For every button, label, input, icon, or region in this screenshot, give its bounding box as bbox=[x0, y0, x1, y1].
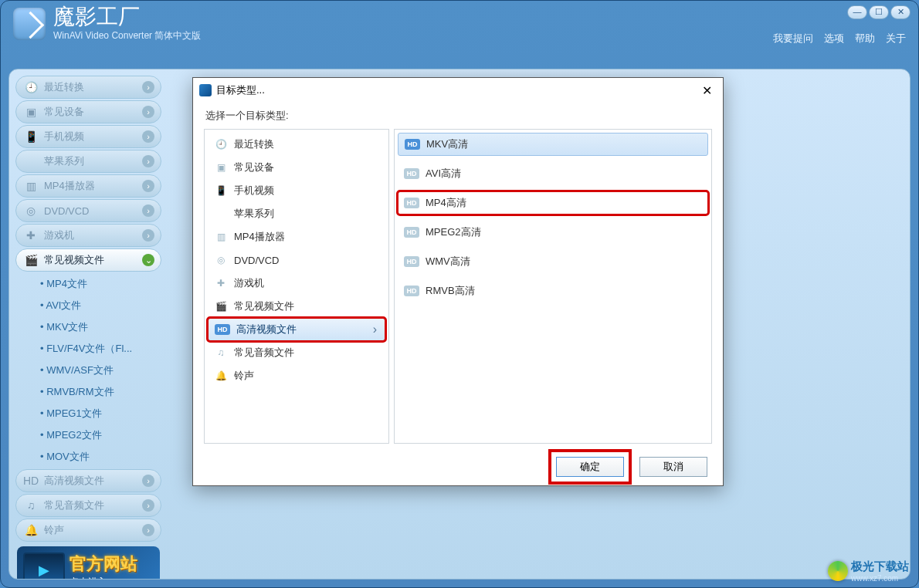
sidebar-sub-avi[interactable]: • AVI文件 bbox=[26, 295, 158, 316]
sidebar-cat-common-video[interactable]: 🎬 常见视频文件 ⌄ bbox=[15, 248, 161, 272]
chevron-icon: › bbox=[142, 81, 154, 93]
dialog-prompt: 选择一个目标类型: bbox=[204, 106, 712, 129]
sidebar-cat-mobile[interactable]: 📱 手机视频 › bbox=[15, 125, 161, 148]
promo-subtitle: 点击进入 bbox=[70, 576, 137, 580]
sidebar-cat-ringtone[interactable]: 🔔 铃声 › bbox=[15, 519, 161, 542]
cat-dvd[interactable]: ◎ DVD/VCD bbox=[208, 248, 385, 272]
chevron-icon: › bbox=[142, 106, 154, 118]
ok-highlight: 确定 bbox=[551, 452, 629, 482]
close-button[interactable]: ✕ bbox=[890, 5, 911, 19]
body-area: 🕘 最近转换 › ▣ 常见设备 › 📱 手机视频 › 苹果系列 › ▥ M bbox=[8, 69, 911, 580]
sidebar-label: MP4播放器 bbox=[44, 179, 95, 193]
app-logo: 魔影工厂 WinAVi Video Converter 简体中文版 bbox=[13, 6, 201, 42]
opt-wmv-hd[interactable]: HD WMV高清 bbox=[398, 250, 708, 273]
options-pane[interactable]: HD MKV高清 HD AVI高清 HD MP4高清 bbox=[394, 129, 712, 444]
hd-icon: HD bbox=[404, 286, 419, 296]
cat-label: 常见设备 bbox=[234, 161, 274, 174]
opt-mpeg2-hd[interactable]: HD MPEG2高清 bbox=[398, 221, 708, 244]
sidebar-cat-hd[interactable]: HD 高清视频文件 › bbox=[15, 469, 161, 492]
sidebar-cat-audio[interactable]: ♫ 常见音频文件 › bbox=[15, 494, 161, 517]
opt-label: RMVB高清 bbox=[426, 284, 475, 298]
sidebar-sub-mov[interactable]: • MOV文件 bbox=[26, 446, 158, 468]
sidebar-cat-apple[interactable]: 苹果系列 › bbox=[15, 150, 161, 173]
gamepad-icon: ✚ bbox=[24, 228, 38, 242]
sidebar-cat-devices[interactable]: ▣ 常见设备 › bbox=[15, 100, 161, 123]
hd-icon: HD bbox=[24, 474, 38, 488]
opt-mp4-hd[interactable]: HD MP4高清 bbox=[398, 191, 708, 215]
cat-ringtone[interactable]: 🔔 铃声 bbox=[208, 364, 385, 387]
cat-label: 游戏机 bbox=[234, 276, 264, 290]
cancel-button[interactable]: 取消 bbox=[639, 457, 707, 477]
sidebar-sub-mkv[interactable]: • MKV文件 bbox=[26, 316, 158, 338]
hd-icon: HD bbox=[215, 324, 230, 335]
options-link[interactable]: 选项 bbox=[824, 32, 844, 46]
watermark-icon bbox=[828, 561, 848, 581]
opt-mkv-hd[interactable]: HD MKV高清 bbox=[398, 133, 708, 156]
sidebar-cat-game[interactable]: ✚ 游戏机 › bbox=[15, 224, 161, 247]
cat-mobile[interactable]: 📱 手机视频 bbox=[208, 179, 385, 202]
cat-hd-video[interactable]: HD 高清视频文件 bbox=[208, 318, 385, 341]
cat-mp4player[interactable]: ▥ MP4播放器 bbox=[208, 225, 385, 248]
device-icon: ▣ bbox=[214, 161, 228, 174]
ask-link[interactable]: 我要提问 bbox=[773, 32, 813, 46]
window-controls: — ☐ ✕ bbox=[847, 5, 911, 19]
sidebar-cat-recent[interactable]: 🕘 最近转换 › bbox=[15, 76, 161, 99]
app-title: 魔影工厂 bbox=[53, 6, 201, 28]
cat-common-audio[interactable]: ♫ 常见音频文件 bbox=[208, 341, 385, 364]
dialog-titlebar: 目标类型... ✕ bbox=[193, 78, 723, 103]
sidebar-sub-wmv[interactable]: • WMV/ASF文件 bbox=[26, 360, 158, 381]
help-link[interactable]: 帮助 bbox=[855, 32, 875, 46]
clock-icon: 🕘 bbox=[24, 80, 38, 94]
dialog-close-button[interactable]: ✕ bbox=[697, 83, 717, 98]
disc-icon: ◎ bbox=[214, 254, 228, 266]
cat-label: 手机视频 bbox=[234, 184, 274, 198]
official-site-banner[interactable]: 官方网站 点击进入 bbox=[17, 546, 160, 579]
dialog-body: 选择一个目标类型: 🕘 最近转换 ▣ 常见设备 bbox=[193, 103, 723, 448]
hd-icon: HD bbox=[404, 198, 419, 208]
sidebar-label: 高清视频文件 bbox=[44, 474, 104, 488]
watermark-sub: www.xz7.com bbox=[851, 574, 909, 583]
maximize-button[interactable]: ☐ bbox=[869, 5, 889, 19]
sidebar-cat-mp4[interactable]: ▥ MP4播放器 › bbox=[15, 174, 161, 198]
ok-button[interactable]: 确定 bbox=[556, 457, 624, 477]
cat-recent[interactable]: 🕘 最近转换 bbox=[208, 133, 385, 156]
sidebar-sub-mp4[interactable]: • MP4文件 bbox=[26, 273, 158, 295]
category-pane[interactable]: 🕘 最近转换 ▣ 常见设备 📱 手机视频 bbox=[204, 129, 389, 444]
cat-label: 常见视频文件 bbox=[234, 299, 294, 313]
cat-label: MP4播放器 bbox=[234, 230, 285, 244]
sidebar-sub-flv[interactable]: • FLV/F4V文件（Fl... bbox=[26, 338, 158, 360]
title-bar: 魔影工厂 WinAVi Video Converter 简体中文版 — ☐ ✕ … bbox=[1, 1, 918, 47]
mp4-icon: ▥ bbox=[214, 231, 228, 243]
app-icon bbox=[13, 8, 46, 40]
dialog-title: 目标类型... bbox=[216, 83, 265, 97]
cat-common-video[interactable]: 🎬 常见视频文件 bbox=[208, 295, 385, 318]
cat-label: 常见音频文件 bbox=[234, 346, 294, 360]
opt-rmvb-hd[interactable]: HD RMVB高清 bbox=[398, 279, 708, 302]
hd-icon: HD bbox=[405, 139, 420, 150]
sidebar-label: 常见设备 bbox=[44, 105, 84, 119]
cat-label: DVD/VCD bbox=[234, 255, 280, 266]
promo-title: 官方网站 bbox=[70, 554, 137, 573]
watermark-text: 极光下载站 bbox=[851, 559, 909, 574]
music-icon: ♫ bbox=[24, 498, 38, 512]
cat-devices[interactable]: ▣ 常见设备 bbox=[208, 156, 385, 179]
about-link[interactable]: 关于 bbox=[886, 32, 906, 46]
chevron-icon: › bbox=[142, 155, 154, 167]
chevron-icon: › bbox=[142, 524, 154, 536]
sidebar-sub-mpeg1[interactable]: • MPEG1文件 bbox=[26, 403, 158, 424]
hd-icon: HD bbox=[404, 168, 419, 179]
chevron-icon: › bbox=[142, 229, 154, 242]
sidebar-sub-rmvb[interactable]: • RMVB/RM文件 bbox=[26, 381, 158, 403]
opt-label: AVI高清 bbox=[426, 167, 461, 181]
opt-avi-hd[interactable]: HD AVI高清 bbox=[398, 162, 708, 185]
cat-game[interactable]: ✚ 游戏机 bbox=[208, 272, 385, 295]
sidebar-cat-dvd[interactable]: ◎ DVD/VCD › bbox=[15, 199, 161, 222]
sidebar-sub-mpeg2[interactable]: • MPEG2文件 bbox=[26, 424, 158, 446]
opt-label: MKV高清 bbox=[426, 137, 468, 151]
cat-label: 最近转换 bbox=[234, 137, 274, 151]
sidebar-label: 常见视频文件 bbox=[44, 253, 104, 267]
apple-icon bbox=[214, 208, 228, 220]
sidebar: 🕘 最近转换 › ▣ 常见设备 › 📱 手机视频 › 苹果系列 › ▥ M bbox=[9, 69, 168, 579]
minimize-button[interactable]: — bbox=[847, 5, 867, 19]
cat-apple[interactable]: 苹果系列 bbox=[208, 202, 385, 225]
